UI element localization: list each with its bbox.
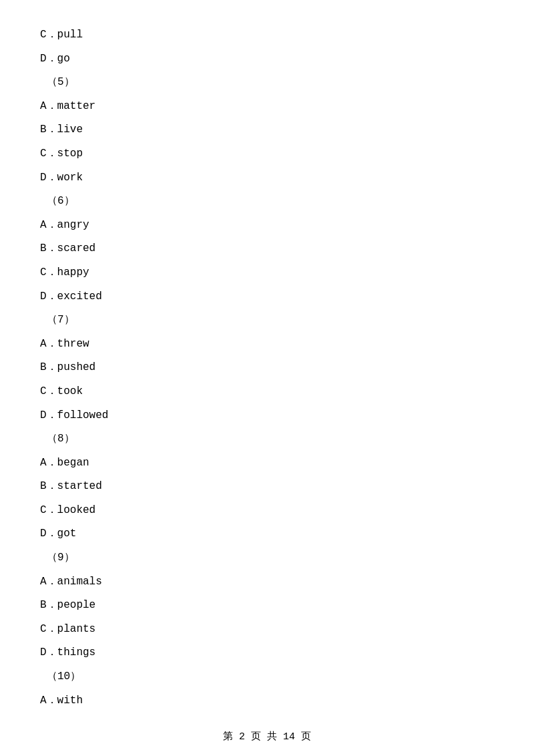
option-a-angry: A．angry: [40, 217, 494, 234]
question-9: （9）: [40, 550, 494, 567]
option-d-work: D．work: [40, 170, 494, 187]
question-6: （6）: [40, 193, 494, 210]
option-c-plants: C．plants: [40, 621, 494, 638]
option-c-took: C．took: [40, 383, 494, 401]
page-footer: 第 2 页 共 14 页: [0, 730, 534, 743]
page-content: C．pull D．go （5） A．matter B．live C．stop D…: [0, 0, 534, 756]
option-a-matter: A．matter: [40, 98, 494, 116]
option-c-looked: C．looked: [40, 502, 494, 520]
option-c-pull: C．pull: [40, 27, 494, 44]
option-c-happy: C．happy: [40, 264, 494, 282]
question-7: （7）: [40, 312, 494, 329]
option-d-excited: D．excited: [40, 289, 494, 306]
option-b-people: B．people: [40, 597, 494, 614]
option-a-threw: A．threw: [40, 336, 494, 353]
option-b-pushed: B．pushed: [40, 359, 494, 377]
question-8: （8）: [40, 431, 494, 448]
option-c-stop: C．stop: [40, 146, 494, 163]
option-a-with: A．with: [40, 693, 494, 710]
option-a-began: A．began: [40, 455, 494, 472]
question-5: （5）: [40, 74, 494, 91]
option-d-got: D．got: [40, 526, 494, 543]
option-a-animals: A．animals: [40, 574, 494, 591]
option-d-followed: D．followed: [40, 407, 494, 425]
question-10: （10）: [40, 669, 494, 686]
option-b-live: B．live: [40, 122, 494, 139]
option-d-go: D．go: [40, 51, 494, 68]
option-b-scared: B．scared: [40, 240, 494, 258]
option-d-things: D．things: [40, 644, 494, 662]
option-b-started: B．started: [40, 478, 494, 496]
